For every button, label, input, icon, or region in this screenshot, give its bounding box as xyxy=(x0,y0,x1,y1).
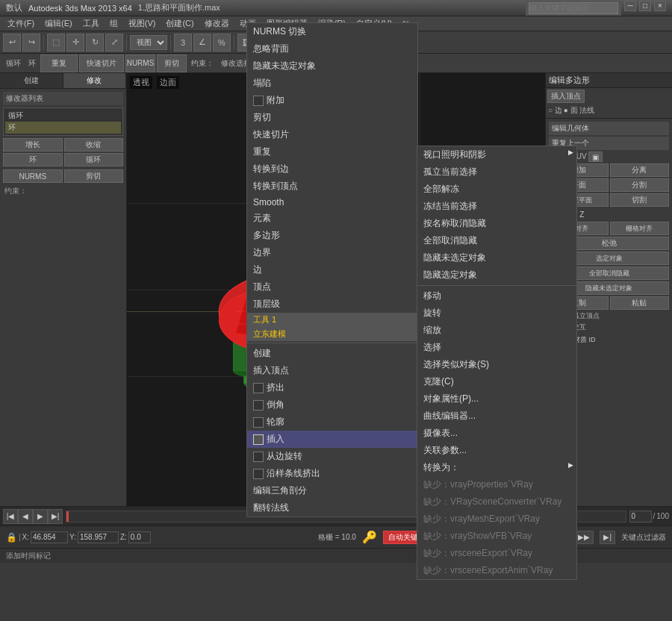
shrink-button[interactable]: 收缩 xyxy=(64,138,124,152)
timeline-next-button[interactable]: ▶| xyxy=(48,509,63,524)
ctx-hide-sel[interactable]: 隐藏选定对象 xyxy=(417,266,576,284)
ctx-freeze-sel[interactable]: 冻结当前选择 xyxy=(417,198,576,215)
grow-button[interactable]: 增长 xyxy=(3,138,63,152)
cycle-button[interactable]: 循环 xyxy=(64,153,124,166)
rp-gridalign-button[interactable]: 栅格对齐 xyxy=(610,222,670,235)
nurms-left-button[interactable]: NURMS xyxy=(3,169,63,183)
ctx-unhide-byname[interactable]: 按名称取消隐藏 xyxy=(417,215,576,232)
ctx-extrude-spline[interactable]: 沿样条线挤出 xyxy=(247,465,417,482)
menu-item-[interactable]: 修改器 xyxy=(200,16,234,31)
timeline-prev-button[interactable]: ◀ xyxy=(18,509,33,524)
move-button[interactable]: ✛ xyxy=(66,34,84,52)
ctx-unfreeze-all[interactable]: 全部解冻 xyxy=(417,181,576,198)
ctx-isolate[interactable]: 孤立当前选择 xyxy=(417,163,576,181)
tab-create[interactable]: 创建 xyxy=(0,73,63,88)
mod-item-1[interactable]: 循环 xyxy=(5,110,121,122)
ctx-quickslice[interactable]: 快速切片 xyxy=(247,126,417,143)
x-input[interactable] xyxy=(31,531,68,543)
ctx-hide-unsel[interactable]: 隐藏未选定对象 xyxy=(247,57,417,75)
menu-item-e[interactable]: 编辑(E) xyxy=(40,16,77,31)
timeline-frame-input[interactable] xyxy=(629,511,652,522)
rp-split-button[interactable]: 分割 xyxy=(610,178,670,192)
ctx-inset[interactable]: 插入 xyxy=(247,431,417,448)
cut-button[interactable]: 剪切 xyxy=(157,54,187,72)
percent-snap-button[interactable]: % xyxy=(213,34,231,52)
rp-paste-button[interactable]: 粘贴 xyxy=(610,296,670,310)
ctx-select-similar[interactable]: 选择类似对象(S) xyxy=(417,356,576,373)
constraint-row: 约束： xyxy=(3,184,123,198)
ctx-outline[interactable]: 轮廓 xyxy=(247,414,417,431)
close-button[interactable]: × xyxy=(654,1,666,11)
ctx-ignore-back[interactable]: 忽略背面 xyxy=(247,40,417,57)
rp-edit-geometry[interactable]: 编辑几何体 xyxy=(549,122,669,135)
ctx-convert-vertex[interactable]: 转换到顶点 xyxy=(247,178,417,195)
search-input[interactable] xyxy=(529,2,618,14)
ctx-hinge[interactable]: 从边旋转 xyxy=(247,448,417,465)
rotate-button[interactable]: ↻ xyxy=(86,34,104,52)
redo-button[interactable]: ↪ xyxy=(22,34,40,52)
ctx-wire-params[interactable]: 关联参数... xyxy=(417,442,576,459)
ctx-edit-tris[interactable]: 编辑三角剖分 xyxy=(247,482,417,499)
ctx-collapse[interactable]: 塌陷 xyxy=(247,75,417,92)
ctx-edge[interactable]: 边 xyxy=(247,261,417,278)
ctx-bevel[interactable]: 倒角 xyxy=(247,396,417,414)
y-input[interactable] xyxy=(78,531,119,543)
ctx-cut[interactable]: 剪切 xyxy=(247,109,417,126)
ctx-convert-to[interactable]: 转换为： xyxy=(417,459,576,476)
menu-item-c[interactable]: 创建(C) xyxy=(161,16,198,31)
snap-button[interactable]: 3 xyxy=(174,34,192,52)
ctx-element[interactable]: 元素 xyxy=(247,210,417,227)
ctx-move[interactable]: 移动 xyxy=(417,287,576,305)
ctx-curve-editor[interactable]: 曲线编辑器... xyxy=(417,408,576,425)
ctx-repeat[interactable]: 重复 xyxy=(247,143,417,160)
ctx-viewport-lighting[interactable]: 视口照明和阴影 xyxy=(417,146,576,163)
repeat-button[interactable]: 重复 xyxy=(40,54,78,72)
z-input[interactable] xyxy=(128,531,151,543)
ctx-polygon[interactable]: 多边形 xyxy=(247,227,417,244)
rp-detach-button[interactable]: 分离 xyxy=(610,163,670,177)
undo-button[interactable]: ↩ xyxy=(3,34,21,52)
scale-button[interactable]: ⤢ xyxy=(105,34,123,52)
menu-item-[interactable]: 组 xyxy=(105,16,122,31)
ctx-obj-props[interactable]: 对象属性(P)... xyxy=(417,390,576,408)
ctx-dope-sheet[interactable]: 摄像表... xyxy=(417,425,576,442)
timeline-controls-next[interactable]: ▶▶ xyxy=(574,531,594,544)
ctx-smooth[interactable]: Smooth xyxy=(247,195,417,210)
angle-snap-button[interactable]: ∠ xyxy=(193,34,211,52)
ctx-nurms-switch[interactable]: NURMS 切换 xyxy=(247,23,417,40)
ctx-clone[interactable]: 克隆(C) xyxy=(417,373,576,390)
cut-left-button[interactable]: 剪切 xyxy=(64,169,124,183)
nurms-button[interactable]: NURMS xyxy=(125,54,155,72)
ctx-border[interactable]: 边界 xyxy=(247,244,417,261)
ctx-attach[interactable]: 附加 xyxy=(247,92,417,109)
tab-modify[interactable]: 修改 xyxy=(63,73,127,88)
rp-insert-vertex[interactable]: 插入顶点 xyxy=(547,90,585,103)
ctx-flip-normals[interactable]: 翻转法线 xyxy=(247,499,417,517)
ctx-convert-edge[interactable]: 转换到边 xyxy=(247,160,417,178)
menu-item-v[interactable]: 视图(V) xyxy=(124,16,161,31)
timeline-controls-end[interactable]: ▶| xyxy=(600,531,615,544)
select-button[interactable]: ⬚ xyxy=(47,34,65,52)
menu-item-[interactable]: 工具 xyxy=(78,16,104,31)
ctx-vertex[interactable]: 顶点 xyxy=(247,278,417,296)
mod-item-2[interactable]: 环 xyxy=(5,122,121,134)
ring-button[interactable]: 环 xyxy=(3,153,63,166)
ctx-create[interactable]: 创建 xyxy=(247,345,417,362)
ctx-extrude[interactable]: 挤出 xyxy=(247,379,417,396)
ctx-unhide-all[interactable]: 全部取消隐藏 xyxy=(417,232,576,249)
rp-settings-button[interactable]: ▣ xyxy=(588,152,603,162)
rp-cut-button[interactable]: 切割 xyxy=(610,193,670,207)
quickslice-button[interactable]: 快速切片 xyxy=(79,54,124,72)
ctx-hide-unsel2[interactable]: 隐藏未选定对象 xyxy=(417,249,576,266)
view-dropdown[interactable]: 视图 xyxy=(130,35,167,50)
ctx-toplevel[interactable]: 顶层级 xyxy=(247,296,417,313)
ctx-select[interactable]: 选择 xyxy=(417,339,576,356)
ctx-insert-vertex[interactable]: 插入顶点 xyxy=(247,362,417,379)
timeline-start-button[interactable]: |◀ xyxy=(3,509,18,524)
minimize-button[interactable]: ─ xyxy=(624,1,636,11)
timeline-play-button[interactable]: ▶ xyxy=(33,509,48,524)
ctx-scale[interactable]: 缩放 xyxy=(417,322,576,339)
menu-item-f[interactable]: 文件(F) xyxy=(3,16,39,31)
maximize-button[interactable]: □ xyxy=(639,1,651,11)
ctx-rotate[interactable]: 旋转 xyxy=(417,305,576,322)
